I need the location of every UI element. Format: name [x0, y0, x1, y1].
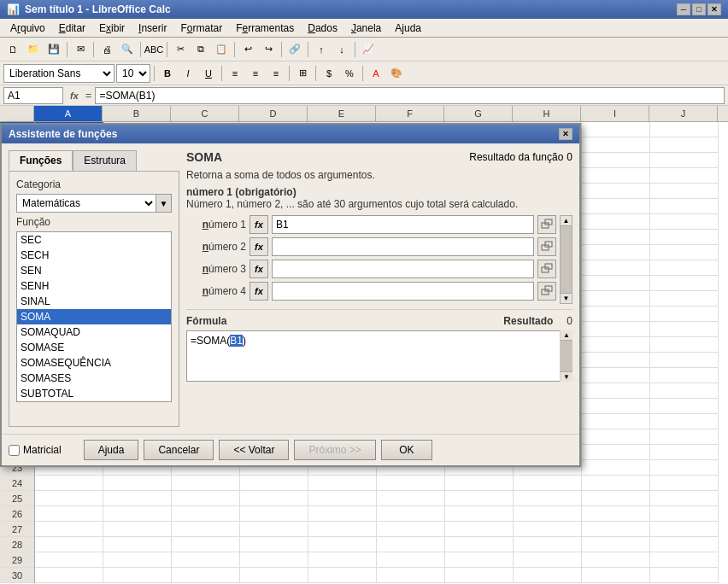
- cell-J5[interactable]: [650, 184, 719, 199]
- cell-E26[interactable]: [308, 506, 377, 522]
- cell-I30[interactable]: [582, 568, 650, 583]
- param-input-1[interactable]: [272, 215, 534, 234]
- cell-H26[interactable]: [514, 506, 582, 522]
- cell-I11[interactable]: [582, 276, 650, 291]
- params-scroll-down[interactable]: ▼: [561, 293, 572, 303]
- cell-H27[interactable]: [514, 522, 582, 537]
- menu-arquivo[interactable]: Arquivo: [3, 20, 52, 36]
- cell-J3[interactable]: [650, 153, 719, 168]
- row-num-27[interactable]: 27: [0, 522, 34, 537]
- font-size-select[interactable]: 10: [116, 64, 150, 83]
- cell-G26[interactable]: [445, 506, 514, 522]
- next-button[interactable]: Próximo >>: [294, 440, 375, 460]
- param-input-2[interactable]: [272, 237, 534, 256]
- cell-J1[interactable]: [650, 122, 719, 137]
- italic-button[interactable]: I: [179, 64, 197, 83]
- cell-I2[interactable]: [582, 137, 650, 153]
- func-item-somases[interactable]: SOMASES: [17, 371, 171, 386]
- param-pick-btn-4[interactable]: [537, 282, 556, 301]
- cell-C25[interactable]: [172, 491, 240, 506]
- param-fx-btn-1[interactable]: fx: [250, 215, 268, 234]
- category-dropdown-arrow[interactable]: ▼: [156, 194, 172, 213]
- menu-dados[interactable]: Dados: [301, 20, 344, 36]
- param-pick-btn-3[interactable]: [537, 260, 556, 278]
- cell-G30[interactable]: [445, 568, 514, 583]
- cell-I20[interactable]: [582, 414, 650, 429]
- cell-I14[interactable]: [582, 322, 650, 337]
- cell-I27[interactable]: [582, 522, 650, 537]
- cell-E24[interactable]: [308, 476, 377, 491]
- cell-I16[interactable]: [582, 353, 650, 368]
- func-item-soma[interactable]: SOMA: [17, 309, 171, 324]
- cell-H29[interactable]: [514, 552, 582, 568]
- cell-D30[interactable]: [240, 568, 308, 583]
- cell-I10[interactable]: [582, 260, 650, 276]
- formula-input[interactable]: [95, 87, 725, 104]
- cell-I12[interactable]: [582, 291, 650, 307]
- cancel-button[interactable]: Cancelar: [144, 440, 214, 460]
- cell-I1[interactable]: [582, 122, 650, 137]
- cell-E30[interactable]: [308, 568, 377, 583]
- func-item-senh[interactable]: SENH: [17, 278, 171, 294]
- cell-J6[interactable]: [650, 199, 719, 214]
- cell-I24[interactable]: [582, 476, 650, 491]
- cell-E25[interactable]: [308, 491, 377, 506]
- cell-I28[interactable]: [582, 537, 650, 552]
- cell-C24[interactable]: [172, 476, 240, 491]
- merge-button[interactable]: ⊞: [293, 64, 312, 83]
- cell-F25[interactable]: [377, 491, 445, 506]
- cell-J23[interactable]: [650, 460, 719, 476]
- cell-D28[interactable]: [240, 537, 308, 552]
- col-header-i[interactable]: I: [581, 106, 649, 121]
- cell-C27[interactable]: [172, 522, 240, 537]
- menu-exibir[interactable]: Exibir: [92, 20, 132, 36]
- cell-H25[interactable]: [514, 491, 582, 506]
- cell-J15[interactable]: [650, 337, 719, 353]
- cell-I8[interactable]: [582, 230, 650, 245]
- cell-B26[interactable]: [103, 506, 172, 522]
- col-header-b[interactable]: B: [103, 106, 171, 121]
- function-list[interactable]: SEC SECH SEN SENH SINAL SOMA SOMAQUAD SO…: [16, 231, 172, 402]
- formula-scrollbar[interactable]: ▲ ▼: [560, 330, 572, 382]
- param-pick-btn-1[interactable]: [537, 215, 556, 234]
- func-item-somasequencia[interactable]: SOMASEQUÊNCIA: [17, 355, 171, 371]
- cell-G28[interactable]: [445, 537, 514, 552]
- back-button[interactable]: << Voltar: [219, 440, 289, 460]
- cell-J27[interactable]: [650, 522, 719, 537]
- cell-I9[interactable]: [582, 245, 650, 260]
- undo-button[interactable]: ↩: [238, 40, 257, 59]
- cell-J7[interactable]: [650, 214, 719, 230]
- open-button[interactable]: 📁: [24, 40, 43, 59]
- cell-I18[interactable]: [582, 383, 650, 399]
- paste-button[interactable]: 📋: [212, 40, 231, 59]
- cell-F27[interactable]: [377, 522, 445, 537]
- cell-J12[interactable]: [650, 291, 719, 307]
- cell-B24[interactable]: [103, 476, 172, 491]
- cell-J9[interactable]: [650, 245, 719, 260]
- param-pick-btn-2[interactable]: [537, 237, 556, 256]
- row-num-29[interactable]: 29: [0, 552, 34, 568]
- menu-ferramentas[interactable]: Ferramentas: [229, 20, 301, 36]
- cell-J30[interactable]: [650, 568, 719, 583]
- cell-F24[interactable]: [377, 476, 445, 491]
- close-button[interactable]: ✕: [707, 3, 721, 15]
- formula-scroll-down[interactable]: ▼: [561, 371, 572, 382]
- cell-J14[interactable]: [650, 322, 719, 337]
- minimize-button[interactable]: ─: [677, 3, 690, 15]
- cell-A25[interactable]: [35, 491, 103, 506]
- cell-I6[interactable]: [582, 199, 650, 214]
- font-name-select[interactable]: Liberation Sans: [3, 64, 114, 83]
- menu-janela[interactable]: Janela: [344, 20, 388, 36]
- cell-E29[interactable]: [308, 552, 377, 568]
- cell-G29[interactable]: [445, 552, 514, 568]
- bg-color-button[interactable]: 🎨: [387, 64, 406, 83]
- cell-I21[interactable]: [582, 429, 650, 445]
- cell-H30[interactable]: [514, 568, 582, 583]
- cell-C28[interactable]: [172, 537, 240, 552]
- cell-J29[interactable]: [650, 552, 719, 568]
- align-right-button[interactable]: ≡: [267, 64, 285, 83]
- email-button[interactable]: ✉: [71, 40, 90, 59]
- menu-ajuda[interactable]: Ajuda: [388, 20, 428, 36]
- cell-H28[interactable]: [514, 537, 582, 552]
- cell-A30[interactable]: [35, 568, 103, 583]
